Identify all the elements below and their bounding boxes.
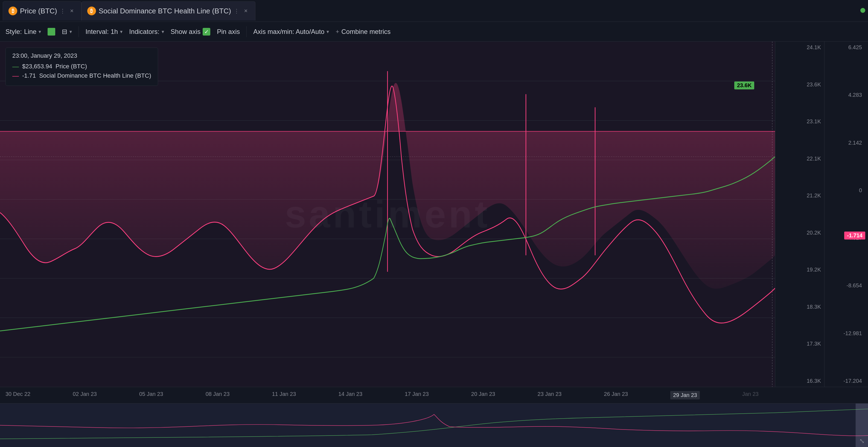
x-label-11: Jan 23 [742,391,758,400]
combine-metrics-label: Combine metrics [341,28,391,36]
chart-area[interactable]: santiment 23:00, January 29, 2023 — $23,… [0,41,775,387]
style-value: Line [24,28,36,36]
interval-label: Interval: 1h [85,28,118,36]
tooltip-price-value: $23,653.94 [22,63,52,70]
show-axis-toggle[interactable]: Show axis ✓ [170,28,210,36]
x-label-2: 05 Jan 23 [139,391,163,400]
interval-chevron: ▾ [120,29,123,35]
style-label: Style: [5,28,22,36]
x-label-1: 02 Jan 23 [73,391,97,400]
separator-2 [246,26,247,37]
social-label-0: 6.425 [825,44,865,51]
tab-social-label: Social Dominance BTC Health Line (BTC) [99,7,231,15]
svg-rect-16 [0,404,868,447]
price-indicator-dash: — [12,63,19,70]
btc-price-label-0: 24.1K [778,44,824,51]
x-axis: 30 Dec 22 02 Jan 23 05 Jan 23 08 Jan 23 … [0,387,868,403]
social-label-7: -17.204 [825,378,865,384]
tab-social-menu[interactable]: ⋮ [234,8,239,14]
btc-price-label-6: 19.2K [778,266,824,273]
style-chevron: ▾ [38,29,41,35]
axis-max-min-chevron: ▾ [327,29,329,35]
style-selector[interactable]: Style: Line ▾ [5,28,41,36]
social-badge-pink: -1.714 [844,231,865,240]
x-label-7: 20 Jan 23 [471,391,495,400]
separator-1 [79,26,79,37]
interval-selector[interactable]: Interval: 1h ▾ [85,28,123,36]
app-container: ₿ Price (BTC) ⋮ × ₿ Social Dominance BTC… [0,0,868,447]
tab-social-close[interactable]: × [242,7,250,15]
pin-axis-label: Pin axis [217,28,240,36]
x-label-6: 17 Jan 23 [405,391,429,400]
show-axis-checkbox[interactable]: ✓ [203,28,210,36]
btc-price-label-2: 23.1K [778,118,824,125]
btc-price-label-1: 23.6K 23.6K [778,82,824,88]
x-label-0: 30 Dec 22 [5,391,30,400]
btc-price-label-9: 16.3K [778,378,824,384]
tooltip: 23:00, January 29, 2023 — $23,653.94 Pri… [5,47,158,86]
chart-type-chevron: ▾ [69,29,72,35]
main-chart-svg [0,41,775,387]
y-axis-btc: 24.1K 23.6K 23.6K 23.1K 22.1K 21.2K 20.2… [775,41,824,387]
mini-nav-svg [0,404,868,447]
x-label-10: 29 Jan 23 [670,391,700,400]
x-label-5: 14 Jan 23 [338,391,362,400]
tooltip-date: 23:00, January 29, 2023 [12,52,151,59]
social-label-3: 0 [825,187,865,194]
chart-with-axes: santiment 23:00, January 29, 2023 — $23,… [0,41,868,447]
social-label-6: -12.981 [825,330,865,337]
axis-max-min-selector[interactable]: Axis max/min: Auto/Auto ▾ [253,28,329,36]
x-label-4: 11 Jan 23 [272,391,296,400]
x-label-8: 23 Jan 23 [538,391,562,400]
tab-price-btc-label: Price (BTC) [20,7,57,15]
social-indicator-dash: — [12,72,19,79]
expand-icon[interactable]: ⤡ [859,437,865,445]
social-label-4: -4.327 -1.714 [825,235,865,241]
indicators-label: Indicators: [129,28,159,36]
tooltip-price-row: — $23,653.94 Price (BTC) [12,63,151,70]
indicators-chevron: ▾ [162,29,164,35]
tooltip-social-label: Social Dominance BTC Health Line (BTC) [39,72,151,79]
x-label-3: 08 Jan 23 [206,391,230,400]
pin-axis-button[interactable]: Pin axis [217,28,240,36]
axis-max-min-label: Axis max/min: Auto/Auto [253,28,324,36]
social-label-1: 4.283 [825,92,865,98]
btc-price-label-7: 18.3K [778,304,824,310]
tooltip-social-row: — -1.71 Social Dominance BTC Health Line… [12,72,151,79]
btc-price-label-5: 20.2K [778,230,824,236]
tab-social-dominance[interactable]: ₿ Social Dominance BTC Health Line (BTC)… [82,1,255,21]
btc-icon: ₿ [8,6,17,15]
x-axis-labels: 30 Dec 22 02 Jan 23 05 Jan 23 08 Jan 23 … [5,391,758,400]
color-swatch[interactable] [48,28,55,36]
price-badge-green: 23.6K [734,82,754,89]
connection-status-dot [860,8,865,13]
tooltip-social-value: -1.71 [22,72,36,79]
social-label-5: -8.654 [825,282,865,289]
tab-price-btc[interactable]: ₿ Price (BTC) ⋮ × [3,1,82,21]
indicators-selector[interactable]: Indicators: ▾ [129,28,164,36]
btc-icon-2: ₿ [87,6,96,15]
x-label-9: 26 Jan 23 [604,391,628,400]
social-label-2: 2.142 [825,140,865,146]
tooltip-price-label: Price (BTC) [56,63,87,70]
chart-type-icon: ⊟ [62,28,67,36]
btc-price-label-3: 22.1K [778,156,824,162]
chart-type-selector[interactable]: ⊟ ▾ [62,28,72,36]
tab-price-btc-menu[interactable]: ⋮ [60,8,65,14]
plus-icon: + [336,28,339,35]
toolbar: Style: Line ▾ ⊟ ▾ Interval: 1h ▾ Indicat… [0,22,868,41]
btc-price-label-8: 17.3K [778,341,824,347]
tab-bar: ₿ Price (BTC) ⋮ × ₿ Social Dominance BTC… [0,0,868,22]
show-axis-label: Show axis [170,28,200,36]
tab-price-btc-close[interactable]: × [68,7,76,15]
btc-price-label-4: 21.2K [778,192,824,199]
combine-metrics-button[interactable]: + Combine metrics [336,28,391,36]
mini-navigator[interactable]: ⤡ [0,403,868,447]
y-axis-social: 6.425 4.283 2.142 0 -4.327 -1.714 -8.654… [824,41,868,387]
